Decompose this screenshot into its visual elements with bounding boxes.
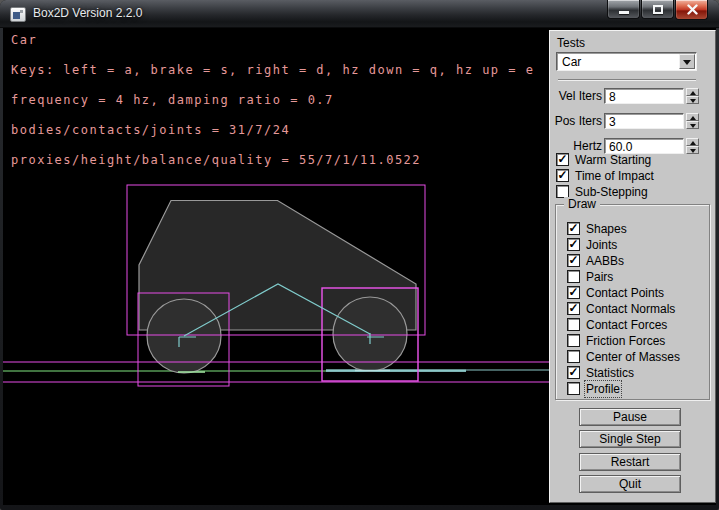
pos-iters-row: Pos Iters 3: [550, 113, 717, 129]
app-icon-detail: [13, 12, 20, 19]
bodies-stats-line: bodies/contacts/joints = 31/7/24: [11, 123, 290, 137]
checkbox-row-contact-forces: Contact Forces: [567, 318, 667, 332]
checkbox-row-center-of-masses: Center of Masses: [567, 350, 680, 364]
center-of-masses-checkbox-label: Center of Masses: [586, 350, 680, 364]
shapes-checkbox-label: Shapes: [586, 222, 627, 236]
aabbs-checkbox-label: AABBs: [586, 254, 624, 268]
pairs-checkbox[interactable]: [567, 270, 580, 283]
window-title: Box2D Version 2.2.0: [33, 6, 142, 20]
separator-line: [558, 79, 696, 81]
center-of-masses-checkbox[interactable]: [567, 350, 580, 363]
pairs-checkbox-label: Pairs: [586, 270, 613, 284]
spinner-down-button[interactable]: [686, 121, 699, 129]
tests-label: Tests: [557, 36, 585, 50]
pause-button[interactable]: Pause: [579, 408, 681, 426]
spinner-down-button[interactable]: [686, 146, 699, 154]
vel-iters-spinner: [686, 88, 699, 104]
chevron-down-icon: [683, 60, 691, 65]
frequency-line: frequency = 4 hz, damping ratio = 0.7: [11, 93, 334, 107]
pos-iters-spinner: [686, 113, 699, 129]
spinner-down-button[interactable]: [686, 96, 699, 104]
time-of-impact-checkbox-label: Time of Impact: [575, 169, 654, 183]
joints-checkbox[interactable]: ✓: [567, 238, 580, 251]
spinner-up-icon: [690, 141, 696, 145]
draw-group-title: Draw: [564, 197, 600, 211]
control-panel: Tests Car Vel Iters 8 Pos I: [549, 30, 716, 503]
checkbox-row-contact-normals: ✓Contact Normals: [567, 302, 675, 316]
vel-iters-field[interactable]: 8: [604, 88, 684, 104]
warm-starting-checkbox[interactable]: ✓: [556, 153, 569, 166]
stats-text-overlay: Car Keys: left = a, brake = s, right = d…: [11, 33, 534, 168]
contact-normals-checkbox[interactable]: ✓: [567, 302, 580, 315]
friction-forces-checkbox-label: Friction Forces: [586, 334, 665, 348]
restart-button[interactable]: Restart: [579, 453, 681, 471]
contact-points-checkbox-label: Contact Points: [586, 286, 664, 300]
checkbox-row-joints: ✓Joints: [567, 238, 617, 252]
contact-forces-checkbox[interactable]: [567, 318, 580, 331]
hertz-field[interactable]: 60.0: [604, 138, 684, 154]
close-icon: [687, 4, 698, 15]
shapes-checkbox[interactable]: ✓: [567, 222, 580, 235]
spinner-up-button[interactable]: [686, 113, 699, 121]
minimize-icon: [619, 11, 629, 14]
minimize-button[interactable]: [607, 0, 640, 19]
title-bar[interactable]: Box2D Version 2.2.0: [0, 0, 719, 28]
contact-forces-checkbox-label: Contact Forces: [586, 318, 667, 332]
proxies-stats-line: proxies/height/balance/quality = 55/7/1/…: [11, 153, 421, 167]
checkbox-row-profile: Profile: [567, 382, 620, 396]
maximize-icon: [653, 5, 663, 14]
window-content: Car Keys: left = a, brake = s, right = d…: [3, 28, 716, 505]
pos-iters-field[interactable]: 3: [604, 113, 684, 129]
draw-groupbox: Draw ✓Shapes✓Joints✓AABBsPairs✓Contact P…: [555, 204, 710, 400]
aabbs-checkbox[interactable]: ✓: [567, 254, 580, 267]
profile-checkbox-label: Profile: [586, 382, 620, 396]
tests-dropdown-button[interactable]: [679, 54, 695, 69]
checkbox-row-aabbs: ✓AABBs: [567, 254, 624, 268]
tests-selected-value: Car: [562, 55, 581, 69]
hertz-label: Hertz: [573, 139, 602, 153]
checkbox-row-contact-points: ✓Contact Points: [567, 286, 664, 300]
test-title-line: Car: [11, 33, 37, 47]
maximize-button[interactable]: [641, 0, 674, 19]
checkbox-row-statistics: ✓Statistics: [567, 366, 634, 380]
warm-starting-checkbox-label: Warm Starting: [575, 153, 651, 167]
window-controls: [607, 0, 708, 20]
contact-normals-checkbox-label: Contact Normals: [586, 302, 675, 316]
close-button[interactable]: [675, 0, 708, 20]
spinner-up-icon: [690, 116, 696, 120]
spinner-up-button[interactable]: [686, 138, 699, 146]
app-icon-detail-dot: [20, 10, 23, 13]
vel-iters-row: Vel Iters 8: [550, 88, 717, 104]
tests-dropdown[interactable]: Car: [556, 52, 697, 71]
checkbox-row-pairs: Pairs: [567, 270, 613, 284]
statistics-checkbox-label: Statistics: [586, 366, 634, 380]
pos-iters-value: 3: [609, 115, 616, 129]
hertz-value: 60.0: [609, 140, 632, 154]
checkbox-row-time-of-impact: ✓Time of Impact: [556, 169, 654, 183]
vel-iters-value: 8: [609, 90, 616, 104]
checkbox-row-friction-forces: Friction Forces: [567, 334, 665, 348]
single-step-button[interactable]: Single Step: [579, 430, 681, 448]
joints-checkbox-label: Joints: [586, 238, 617, 252]
pos-iters-label: Pos Iters: [555, 114, 602, 128]
spinner-up-icon: [690, 91, 696, 95]
app-icon: [10, 7, 26, 22]
friction-forces-checkbox[interactable]: [567, 334, 580, 347]
checkbox-row-warm-starting: ✓Warm Starting: [556, 153, 651, 167]
spinner-down-icon: [690, 124, 696, 128]
hertz-row: Hertz 60.0: [550, 138, 717, 154]
bridge-joint-chain: [326, 369, 466, 372]
simulation-canvas[interactable]: Car Keys: left = a, brake = s, right = d…: [3, 28, 550, 505]
spinner-down-icon: [690, 149, 696, 153]
statistics-checkbox[interactable]: ✓: [567, 366, 580, 379]
keys-help-line: Keys: left = a, brake = s, right = d, hz…: [11, 63, 534, 77]
app-window: Box2D Version 2.2.0: [0, 0, 719, 510]
vel-iters-label: Vel Iters: [559, 89, 602, 103]
time-of-impact-checkbox[interactable]: ✓: [556, 169, 569, 182]
spinner-up-button[interactable]: [686, 88, 699, 96]
hertz-spinner: [686, 138, 699, 154]
spinner-down-icon: [690, 99, 696, 103]
profile-checkbox[interactable]: [567, 382, 580, 395]
contact-points-checkbox[interactable]: ✓: [567, 286, 580, 299]
quit-button[interactable]: Quit: [579, 475, 681, 493]
